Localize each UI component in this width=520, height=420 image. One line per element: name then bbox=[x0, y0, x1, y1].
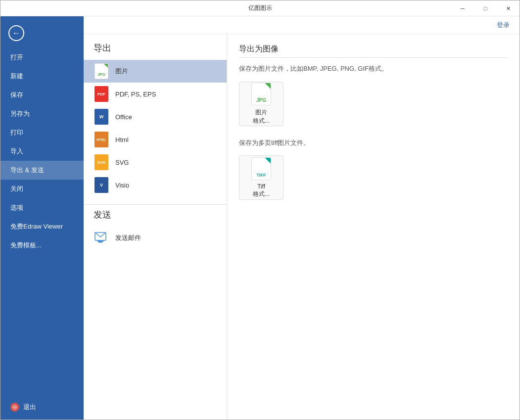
visio-icon: V bbox=[95, 177, 108, 193]
back-button[interactable]: ← bbox=[0, 20, 84, 46]
jpg-icon-box: JPG bbox=[94, 63, 109, 79]
sidebar-item-print[interactable]: 打印 bbox=[0, 123, 84, 142]
sidebar-templates-label: 免费模板... bbox=[10, 241, 42, 250]
jpg-format-card[interactable]: JPG 图片 格式... bbox=[239, 82, 284, 126]
pdf-icon-box: PDF bbox=[94, 86, 109, 102]
email-icon bbox=[94, 230, 109, 246]
export-item-svg[interactable]: SVG SVG bbox=[84, 151, 227, 174]
export-office-label: Office bbox=[115, 113, 132, 121]
export-item-image[interactable]: JPG 图片 bbox=[84, 60, 227, 83]
maximize-button[interactable]: □ bbox=[474, 0, 497, 16]
sidebar-item-saveas[interactable]: 另存为 bbox=[0, 104, 84, 123]
svg-icon-box: SVG bbox=[94, 154, 109, 170]
top-bar: 登录 bbox=[84, 16, 520, 34]
tiff-description: 保存为多页tiff图片文件。 bbox=[239, 138, 508, 148]
sidebar-item-import[interactable]: 导入 bbox=[0, 142, 84, 161]
send-section-title: 发送 bbox=[84, 204, 227, 227]
sidebar-saveas-label: 另存为 bbox=[10, 109, 30, 118]
sidebar-item-close[interactable]: 关闭 bbox=[0, 180, 84, 198]
content-title: 导出为图像 bbox=[239, 44, 508, 54]
word-icon-box: W bbox=[94, 109, 109, 125]
email-icon-box bbox=[94, 230, 109, 246]
large-tiff-icon: TIFF bbox=[251, 157, 271, 180]
image-format-cards: JPG 图片 格式... bbox=[239, 82, 508, 126]
sidebar-item-exit[interactable]: ⊖ 退出 bbox=[0, 398, 84, 420]
export-menu: 导出 JPG 图片 PDF bbox=[84, 34, 227, 420]
login-link[interactable]: 登录 bbox=[497, 21, 510, 30]
svg-icon: SVG bbox=[95, 154, 108, 170]
sidebar-options-label: 选项 bbox=[10, 203, 23, 212]
send-email-label: 发送邮件 bbox=[115, 233, 141, 242]
back-arrow-icon: ← bbox=[12, 29, 20, 38]
content-panel: 导出为图像 保存为图片文件，比如BMP, JPEG, PNG, GIF格式。 J… bbox=[227, 34, 520, 420]
minimize-button[interactable]: ─ bbox=[451, 0, 474, 16]
export-item-pdf[interactable]: PDF PDF, PS, EPS bbox=[84, 83, 227, 105]
svg-rect-1 bbox=[97, 240, 103, 242]
sidebar-save-label: 保存 bbox=[10, 91, 23, 99]
export-item-visio[interactable]: V Visio bbox=[84, 174, 227, 196]
sidebar-import-label: 导入 bbox=[10, 147, 23, 156]
sidebar-item-options[interactable]: 选项 bbox=[0, 198, 84, 217]
export-section-title: 导出 bbox=[84, 42, 227, 60]
large-jpg-icon: JPG bbox=[251, 83, 271, 105]
sidebar-export-label: 导出 & 发送 bbox=[10, 166, 44, 175]
sidebar-item-new[interactable]: 新建 bbox=[0, 67, 84, 86]
main-content: ← 打开 新建 保存 另存为 打印 导入 导出 & 发送 bbox=[0, 16, 520, 420]
export-visio-label: Visio bbox=[115, 182, 129, 189]
sidebar-item-edrawviewer[interactable]: 免费Edraw Viewer bbox=[0, 217, 84, 236]
right-panel: 登录 导出 JPG 图片 bbox=[84, 16, 520, 420]
sidebar-item-open[interactable]: 打开 bbox=[0, 48, 84, 67]
sidebar-item-export[interactable]: 导出 & 发送 bbox=[0, 161, 84, 180]
jpg-card-label: 图片 格式... bbox=[253, 108, 270, 125]
sidebar-close-label: 关闭 bbox=[10, 185, 23, 193]
visio-icon-box: V bbox=[94, 177, 109, 193]
pdf-icon: PDF bbox=[95, 86, 108, 102]
sidebar-edrawviewer-label: 免费Edraw Viewer bbox=[10, 222, 63, 231]
word-icon: W bbox=[95, 109, 108, 125]
image-description: 保存为图片文件，比如BMP, JPEG, PNG, GIF格式。 bbox=[239, 64, 508, 74]
main-window: 亿图图示 ─ □ ✕ ← 打开 新建 保存 另存为 bbox=[0, 0, 520, 420]
export-image-label: 图片 bbox=[115, 67, 128, 76]
tiff-card-label: Tiff 格式... bbox=[253, 183, 270, 198]
titlebar: 亿图图示 ─ □ ✕ bbox=[0, 0, 520, 16]
export-item-office[interactable]: W Office bbox=[84, 105, 227, 128]
back-circle-icon: ← bbox=[8, 25, 24, 41]
send-section: 发送 发送邮件 bbox=[84, 204, 227, 249]
close-button[interactable]: ✕ bbox=[497, 0, 520, 16]
html-icon-box: HTML bbox=[94, 132, 109, 147]
middle-area: 导出 JPG 图片 PDF bbox=[84, 34, 520, 420]
window-title: 亿图图示 bbox=[248, 4, 272, 12]
export-item-html[interactable]: HTML Html bbox=[84, 128, 227, 151]
jpg-icon: JPG bbox=[95, 63, 108, 79]
sidebar-item-save[interactable]: 保存 bbox=[0, 86, 84, 104]
exit-label: 退出 bbox=[23, 403, 36, 412]
svg-rect-2 bbox=[98, 242, 102, 243]
export-html-label: Html bbox=[115, 136, 129, 143]
send-email-item[interactable]: 发送邮件 bbox=[84, 227, 227, 249]
window-controls: ─ □ ✕ bbox=[451, 0, 520, 16]
sidebar: ← 打开 新建 保存 另存为 打印 导入 导出 & 发送 bbox=[0, 16, 84, 420]
sidebar-new-label: 新建 bbox=[10, 72, 23, 81]
content-divider bbox=[239, 57, 508, 58]
export-pdf-label: PDF, PS, EPS bbox=[115, 91, 156, 98]
tiff-format-cards: TIFF Tiff 格式... bbox=[239, 155, 508, 200]
sidebar-item-templates[interactable]: 免费模板... bbox=[0, 236, 84, 255]
html-icon: HTML bbox=[95, 132, 108, 147]
exit-icon: ⊖ bbox=[10, 403, 19, 412]
export-svg-label: SVG bbox=[115, 159, 129, 166]
sidebar-open-label: 打开 bbox=[10, 53, 23, 62]
sidebar-print-label: 打印 bbox=[10, 128, 23, 137]
tiff-format-card[interactable]: TIFF Tiff 格式... bbox=[239, 155, 284, 200]
